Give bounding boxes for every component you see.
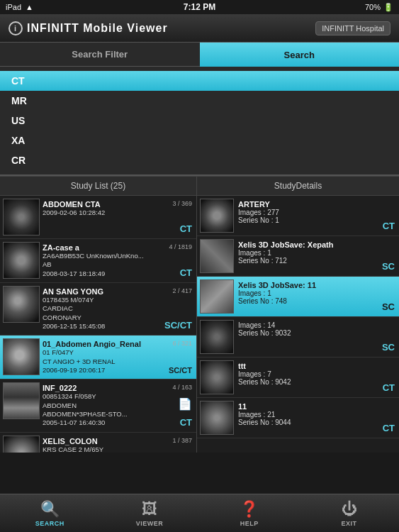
series-number: Series No : 9042 bbox=[238, 378, 369, 386]
table-row[interactable]: 01_Abdomen Angio_Renal 01 F/047Y CT ANGI… bbox=[0, 336, 196, 379]
detail-meta: SC bbox=[373, 320, 396, 354]
study-info: INF_0222 00851324 F/058Y ABDOMEN ABDOMEN… bbox=[40, 382, 162, 428]
modality-badge: CT bbox=[383, 382, 395, 393]
nav-exit-button[interactable]: ⏻ EXIT bbox=[299, 494, 399, 532]
detail-thumbnail bbox=[200, 320, 234, 354]
images-count: Images : 1 bbox=[238, 249, 369, 257]
modality-badge: SC bbox=[382, 342, 395, 353]
study-details-header: StudyDetails bbox=[197, 177, 399, 196]
nav-exit-label: EXIT bbox=[342, 520, 357, 527]
battery-icon: 🔋 bbox=[383, 3, 393, 12]
patient-name: AN SANG YONG bbox=[43, 287, 159, 296]
app-logo: i INFINITT Mobile Viewer bbox=[9, 21, 168, 35]
study-datetime: 2008-03-17 18:18:49 bbox=[43, 270, 159, 278]
battery-text: 70% bbox=[365, 3, 381, 11]
study-info: AN SANG YONG 0178435 M/074Y CARDIAC CORO… bbox=[40, 286, 162, 332]
filter-ct[interactable]: CT bbox=[0, 71, 399, 91]
help-icon: ❓ bbox=[240, 500, 259, 519]
series-name: 11 bbox=[238, 402, 369, 411]
tab-bar: Search Filter Search bbox=[0, 43, 399, 67]
detail-info: ARTERY Images : 277 Series No : 1 bbox=[234, 199, 373, 233]
detail-info: 11 Images : 21 Series No : 9044 bbox=[234, 401, 373, 435]
patient-name: ABDOMEN CTA bbox=[43, 200, 159, 209]
table-row[interactable]: ZA-case a ZA6AB9B53C UnKnown/UnKno... AB… bbox=[0, 239, 196, 283]
nav-help-label: HELP bbox=[240, 520, 259, 527]
app-title: INFINITT Mobile Viewer bbox=[27, 22, 168, 35]
study-info: ZA-case a ZA6AB9B53C UnKnown/UnKno... AB… bbox=[40, 242, 162, 279]
study-id: 0178435 M/074Y bbox=[43, 296, 159, 304]
series-number: Series No : 9044 bbox=[238, 419, 369, 426]
series-number: Series No : 748 bbox=[238, 297, 369, 305]
modality-badge: CT bbox=[180, 223, 192, 234]
study-info: XELIS_COLON KRS CASE 2 M/65Y ABDOMEN ABD… bbox=[40, 436, 162, 453]
series-name: ARTERY bbox=[238, 200, 369, 209]
study-meta: 4 / 163 📄 CT bbox=[162, 382, 193, 428]
study-desc: CT ANGIO + 3D RENAL bbox=[43, 358, 159, 366]
modality-badge: CT bbox=[383, 221, 395, 231]
detail-info: Xelis 3D JobSave: 11 Images : 1 Series N… bbox=[234, 279, 373, 314]
infinitt-icon: i bbox=[9, 21, 23, 35]
table-row[interactable]: ABDOMEN CTA 2009-02-06 10:28:42 3 / 369 … bbox=[0, 196, 196, 239]
study-date: 2006-12-15 15:45:08 bbox=[43, 322, 159, 331]
modality-badge: SC/CT bbox=[164, 320, 192, 331]
modality-badge: CT bbox=[383, 423, 395, 433]
images-count: Images : 277 bbox=[238, 209, 369, 216]
detail-meta: CT bbox=[373, 199, 396, 233]
detail-meta: CT bbox=[373, 401, 396, 435]
study-info: ABDOMEN CTA 2009-02-06 10:28:42 bbox=[40, 199, 162, 235]
study-thumbnail bbox=[3, 286, 40, 323]
tab-search-filter[interactable]: Search Filter bbox=[0, 43, 200, 67]
main-content: Study List (25) ABDOMEN CTA 2009-02-06 1… bbox=[0, 176, 399, 453]
study-thumbnail bbox=[3, 338, 40, 375]
nav-viewer-button[interactable]: 🖼 VIEWER bbox=[100, 494, 200, 532]
series-count: 4 / 1819 bbox=[169, 243, 192, 250]
wifi-icon: ▲ bbox=[26, 3, 33, 11]
study-thumbnail bbox=[3, 436, 40, 453]
filter-us[interactable]: US bbox=[0, 111, 399, 131]
images-count: Images : 14 bbox=[238, 321, 369, 329]
series-name: ttt bbox=[238, 362, 369, 370]
table-row[interactable]: AN SANG YONG 0178435 M/074Y CARDIAC CORO… bbox=[0, 283, 196, 336]
list-item[interactable]: Xelis 3D JobSave: Xepath Images : 1 Seri… bbox=[197, 236, 399, 277]
study-date: AB bbox=[43, 260, 159, 269]
table-row[interactable]: INF_0222 00851324 F/058Y ABDOMEN ABDOMEN… bbox=[0, 379, 196, 432]
nav-viewer-label: VIEWER bbox=[136, 520, 164, 527]
patient-name: 01_Abdomen Angio_Renal bbox=[43, 340, 159, 348]
study-id: KRS CASE 2 M/65Y bbox=[43, 445, 159, 453]
filter-cr[interactable]: CR bbox=[0, 150, 399, 170]
detail-meta: SC bbox=[373, 239, 396, 273]
filter-panel: CT MR US XA CR bbox=[0, 67, 399, 176]
study-desc: CORONARY bbox=[43, 314, 159, 322]
study-meta: 2 / 417 SC/CT bbox=[162, 286, 193, 332]
list-item[interactable]: ttt Images : 7 Series No : 9042 CT bbox=[197, 358, 399, 398]
patient-name: XELIS_COLON bbox=[43, 437, 159, 445]
modality-badge: CT bbox=[180, 267, 192, 278]
modality-badge: SC bbox=[382, 301, 395, 312]
nav-help-button[interactable]: ❓ HELP bbox=[200, 494, 300, 532]
list-item[interactable]: 11 Images : 21 Series No : 9044 CT bbox=[197, 398, 399, 438]
study-date: 2009-02-06 10:28:42 bbox=[43, 209, 159, 217]
filter-mr[interactable]: MR bbox=[0, 91, 399, 111]
detail-thumbnail bbox=[200, 360, 234, 394]
modality-badge: CT bbox=[180, 417, 192, 428]
detail-meta: SC bbox=[373, 279, 396, 314]
time-display: 7:12 PM bbox=[184, 2, 215, 12]
series-number: Series No : 712 bbox=[238, 257, 369, 265]
images-count: Images : 7 bbox=[238, 370, 369, 378]
tab-search[interactable]: Search bbox=[200, 43, 400, 67]
nav-search-button[interactable]: 🔍 SEARCH bbox=[0, 494, 100, 532]
study-meta: 1 / 387 CT bbox=[162, 436, 193, 453]
filter-xa[interactable]: XA bbox=[0, 131, 399, 150]
table-row[interactable]: XELIS_COLON KRS CASE 2 M/65Y ABDOMEN ABD… bbox=[0, 433, 196, 453]
series-count: 4 / 163 bbox=[172, 384, 192, 391]
nav-search-label: SEARCH bbox=[35, 520, 64, 527]
study-meta: 4 / 1819 CT bbox=[162, 242, 193, 279]
detail-info: Images : 14 Series No : 9032 bbox=[234, 320, 373, 354]
list-item[interactable]: ARTERY Images : 277 Series No : 1 CT bbox=[197, 196, 399, 236]
series-number: Series No : 9032 bbox=[238, 329, 369, 337]
list-item[interactable]: Xelis 3D JobSave: 11 Images : 1 Series N… bbox=[197, 277, 399, 317]
images-count: Images : 21 bbox=[238, 411, 369, 419]
list-item[interactable]: Images : 14 Series No : 9032 SC bbox=[197, 317, 399, 358]
search-icon: 🔍 bbox=[40, 500, 60, 519]
carrier-text: iPad bbox=[6, 3, 21, 11]
